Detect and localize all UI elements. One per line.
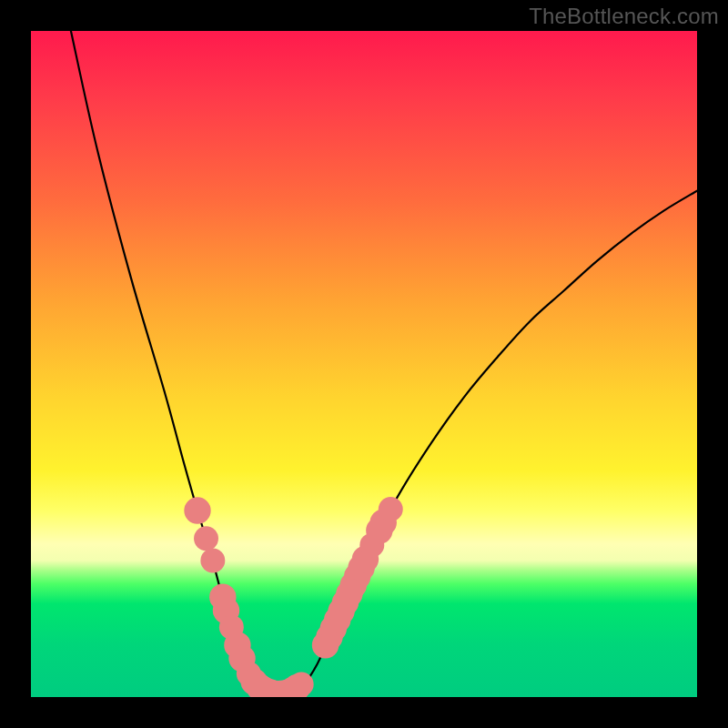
marker-dot xyxy=(200,548,225,572)
watermark-label: TheBottleneck.com xyxy=(529,4,719,29)
bottleneck-curve xyxy=(71,31,697,693)
marker-dot xyxy=(184,497,210,523)
marker-dot xyxy=(289,672,314,697)
marker-dot xyxy=(194,526,218,551)
plot-area xyxy=(31,31,697,697)
marker-dot xyxy=(379,497,403,521)
curve-layer xyxy=(71,31,697,693)
marker-layer xyxy=(184,497,402,697)
chart-frame: TheBottleneck.com xyxy=(0,0,728,728)
chart-svg xyxy=(31,31,697,697)
